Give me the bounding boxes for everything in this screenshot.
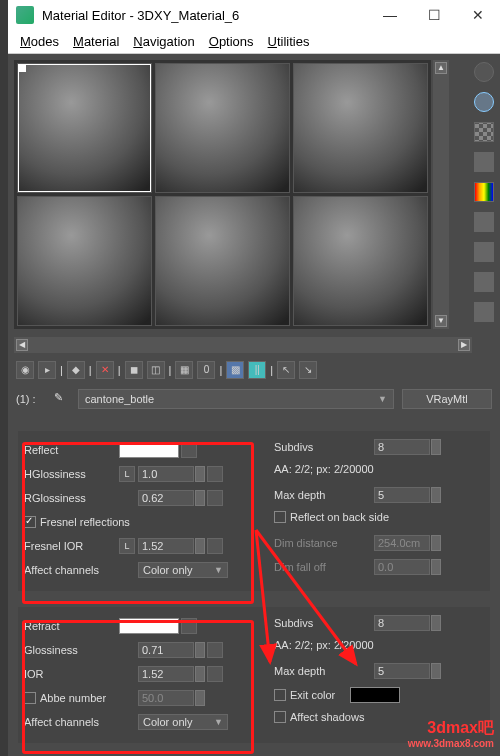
material-type-button[interactable]: VRayMtl — [402, 389, 492, 409]
affect-channels-dropdown[interactable]: Color only▼ — [138, 562, 228, 578]
put-to-scene-icon[interactable]: ▸ — [38, 361, 56, 379]
rsubdivs-spinner[interactable] — [431, 615, 441, 631]
sample-hscroll[interactable]: ◀ ▶ — [14, 337, 472, 353]
rgloss-map-button[interactable] — [207, 490, 223, 506]
subdivs-spinner[interactable] — [431, 439, 441, 455]
fior-spinner[interactable] — [195, 538, 205, 554]
ior-map-button[interactable] — [207, 666, 223, 682]
make-copy-icon[interactable]: ◼ — [125, 361, 143, 379]
options-icon[interactable] — [474, 242, 494, 262]
rglossiness-label: RGlossiness — [24, 492, 119, 504]
get-material-icon[interactable]: ◉ — [16, 361, 34, 379]
sample-slot-1[interactable] — [17, 63, 152, 193]
ior-spinner[interactable] — [195, 666, 205, 682]
scroll-up-icon[interactable]: ▲ — [435, 62, 447, 74]
uv-tiling-icon[interactable] — [474, 152, 494, 172]
maxdepth-field[interactable]: 5 — [374, 487, 430, 503]
scroll-down-icon[interactable]: ▼ — [435, 315, 447, 327]
dimfall-spinner[interactable] — [431, 559, 441, 575]
refract-color-swatch[interactable] — [119, 618, 179, 634]
make-preview-icon[interactable] — [474, 212, 494, 232]
dimfall-field[interactable]: 0.0 — [374, 559, 430, 575]
rglossiness-field[interactable]: 0.62 — [138, 490, 194, 506]
reflect-color-swatch[interactable] — [119, 442, 179, 458]
assign-to-selection-icon[interactable]: ◆ — [67, 361, 85, 379]
backlight-icon[interactable] — [474, 92, 494, 112]
dimfall-label: Dim fall off — [274, 561, 374, 573]
ior-field[interactable]: 1.52 — [138, 666, 194, 682]
go-forward-icon[interactable]: ↘ — [299, 361, 317, 379]
show-end-result-icon[interactable]: || — [248, 361, 266, 379]
hglossiness-label: HGlossiness — [24, 468, 119, 480]
abbe-field[interactable]: 50.0 — [138, 690, 194, 706]
reset-map-icon[interactable]: ✕ — [96, 361, 114, 379]
maxdepth-label: Max depth — [274, 489, 374, 501]
hgloss-lock-button[interactable]: L — [119, 466, 135, 482]
reflect-map-button[interactable] — [181, 442, 197, 458]
fresnel-label: Fresnel reflections — [40, 516, 180, 528]
menu-material[interactable]: Material — [73, 34, 119, 49]
maximize-button[interactable]: ☐ — [412, 0, 456, 30]
exit-checkbox[interactable] — [274, 689, 286, 701]
dimdist-spinner[interactable] — [431, 535, 441, 551]
menu-navigation[interactable]: Navigation — [133, 34, 194, 49]
shadows-checkbox[interactable] — [274, 711, 286, 723]
refract-map-button[interactable] — [181, 618, 197, 634]
sample-type-icon[interactable] — [474, 62, 494, 82]
menu-options[interactable]: Options — [209, 34, 254, 49]
glossiness-field[interactable]: 0.71 — [138, 642, 194, 658]
minimize-button[interactable]: — — [368, 0, 412, 30]
ior-label: IOR — [24, 668, 119, 680]
backside-checkbox[interactable] — [274, 511, 286, 523]
exit-color-swatch[interactable] — [350, 687, 400, 703]
fior-lock-button[interactable]: L — [119, 538, 135, 554]
rgloss-spinner[interactable] — [195, 490, 205, 506]
fresnel-checkbox[interactable] — [24, 516, 36, 528]
background-icon[interactable] — [474, 122, 494, 142]
refract-label: Refract — [24, 620, 119, 632]
make-unique-icon[interactable]: ◫ — [147, 361, 165, 379]
chevron-down-icon: ▼ — [378, 394, 387, 404]
sample-slot-5[interactable] — [155, 196, 290, 326]
go-parent-icon[interactable]: ↖ — [277, 361, 295, 379]
sample-slot-3[interactable] — [293, 63, 428, 193]
hgloss-spinner[interactable] — [195, 466, 205, 482]
menu-utilities[interactable]: Utilities — [268, 34, 310, 49]
scroll-left-icon[interactable]: ◀ — [16, 339, 28, 351]
put-to-library-icon[interactable]: ▦ — [175, 361, 193, 379]
sample-slot-4[interactable] — [17, 196, 152, 326]
material-map-navigator-icon[interactable] — [474, 302, 494, 322]
menu-modes[interactable]: Modes — [20, 34, 59, 49]
select-by-material-icon[interactable] — [474, 272, 494, 292]
show-map-icon[interactable]: ▩ — [226, 361, 244, 379]
editor-body: ▲ ▼ ◀ ▶ ◉ ▸ | ◆ | ✕ — [8, 54, 500, 756]
scroll-right-icon[interactable]: ▶ — [458, 339, 470, 351]
refract-affect-dropdown[interactable]: Color only▼ — [138, 714, 228, 730]
gloss-map-button[interactable] — [207, 642, 223, 658]
rmaxdepth-spinner[interactable] — [431, 663, 441, 679]
glossiness-label: Glossiness — [24, 644, 119, 656]
abbe-checkbox[interactable] — [24, 692, 36, 704]
sample-slot-6[interactable] — [293, 196, 428, 326]
hglossiness-field[interactable]: 1.0 — [138, 466, 194, 482]
sample-slot-2[interactable] — [155, 63, 290, 193]
material-name-dropdown[interactable]: cantone_botle ▼ — [78, 389, 394, 409]
watermark: 3dmax吧 www.3dmax8.com — [408, 720, 494, 752]
refract-maxdepth-label: Max depth — [274, 665, 374, 677]
pick-material-icon[interactable]: ✎ — [54, 391, 70, 407]
color-check-icon[interactable] — [474, 182, 494, 202]
abbe-spinner[interactable] — [195, 690, 205, 706]
maxdepth-spinner[interactable] — [431, 487, 441, 503]
gloss-spinner[interactable] — [195, 642, 205, 658]
sample-vscroll[interactable]: ▲ ▼ — [433, 60, 449, 329]
fresnel-ior-field[interactable]: 1.52 — [138, 538, 194, 554]
subdivs-field[interactable]: 8 — [374, 439, 430, 455]
dimdist-field[interactable]: 254.0cm — [374, 535, 430, 551]
hgloss-map-button[interactable] — [207, 466, 223, 482]
fior-map-button[interactable] — [207, 538, 223, 554]
refract-subdivs-field[interactable]: 8 — [374, 615, 430, 631]
close-button[interactable]: ✕ — [456, 0, 500, 30]
refract-maxdepth-field[interactable]: 5 — [374, 663, 430, 679]
material-id-icon[interactable]: 0 — [197, 361, 215, 379]
titlebar[interactable]: Material Editor - 3DXY_Material_6 — ☐ ✕ — [8, 0, 500, 30]
